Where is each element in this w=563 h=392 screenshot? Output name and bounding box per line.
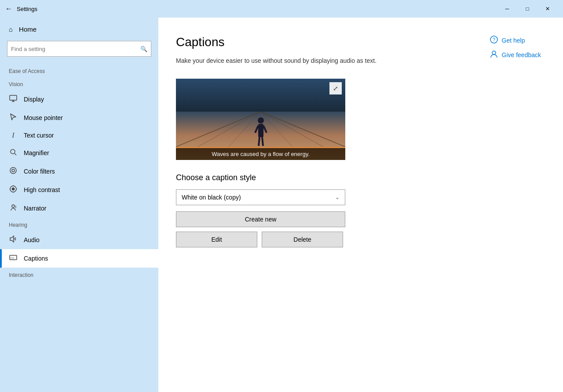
minimize-button[interactable]: ─: [497, 0, 517, 18]
svg-line-31: [259, 137, 260, 146]
help-links: ? Get help Give feedback: [490, 35, 541, 60]
title-bar-left: ← Settings: [5, 5, 37, 13]
get-help-icon: ?: [490, 35, 498, 45]
high-contrast-label: High contrast: [24, 186, 60, 193]
magnifier-icon: [9, 148, 18, 158]
svg-point-4: [11, 149, 15, 154]
captions-label: Captions: [24, 255, 48, 262]
svg-point-27: [258, 117, 264, 123]
page-title: Captions: [176, 35, 541, 49]
person-silhouette: [254, 116, 267, 147]
vision-label: Vision: [0, 77, 158, 90]
delete-button[interactable]: Delete: [262, 232, 343, 247]
sidebar-item-narrator[interactable]: Narrator: [0, 199, 158, 218]
vision-section-label: Ease of Access: [0, 64, 158, 77]
edit-delete-row: Edit Delete: [176, 232, 541, 247]
home-label: Home: [19, 25, 37, 33]
magnifier-label: Magnifier: [24, 149, 49, 156]
chevron-down-icon: ⌄: [335, 194, 340, 200]
sidebar-item-magnifier[interactable]: Magnifier: [0, 144, 158, 162]
sidebar: ⌂ Home 🔍 Ease of Access Vision Display: [0, 18, 158, 392]
svg-rect-28: [258, 124, 263, 137]
captions-icon: CC: [9, 254, 18, 263]
interaction-label: Interaction: [0, 268, 158, 281]
search-input[interactable]: [11, 46, 140, 52]
mouse-pointer-label: Mouse pointer: [24, 114, 63, 121]
home-icon: ⌂: [9, 25, 13, 33]
display-icon: [9, 94, 18, 104]
svg-line-5: [15, 153, 16, 155]
svg-text:CC: CC: [11, 257, 15, 259]
main-layout: ⌂ Home 🔍 Ease of Access Vision Display: [0, 18, 563, 392]
caption-style-dropdown[interactable]: White on black (copy) ⌄: [176, 189, 345, 205]
color-filters-label: Color filters: [24, 168, 55, 175]
maximize-button[interactable]: □: [517, 0, 537, 18]
caption-preview: Waves are caused by a flow of energy. ⤢: [176, 79, 345, 160]
svg-point-7: [12, 169, 15, 172]
svg-point-9: [12, 188, 15, 190]
get-help-link[interactable]: ? Get help: [490, 35, 541, 45]
search-icon: 🔍: [140, 46, 147, 52]
home-nav-item[interactable]: ⌂ Home: [0, 18, 158, 41]
narrator-icon: [9, 203, 18, 213]
content-area: ? Get help Give feedback Captions Make y…: [158, 18, 563, 392]
high-contrast-icon: [9, 185, 18, 195]
page-description: Make your device easier to use without s…: [176, 56, 396, 65]
audio-icon: [9, 235, 18, 245]
svg-rect-0: [10, 95, 17, 100]
svg-point-19: [492, 51, 496, 54]
title-bar-title: Settings: [17, 6, 37, 12]
create-new-button[interactable]: Create new: [176, 211, 345, 227]
preview-expand-button[interactable]: ⤢: [329, 82, 342, 94]
caption-style-title: Choose a caption style: [176, 173, 541, 182]
dropdown-selected-value: White on black (copy): [182, 194, 241, 201]
svg-point-6: [10, 167, 16, 174]
color-filters-icon: [9, 167, 18, 176]
search-box[interactable]: 🔍: [7, 41, 151, 57]
sidebar-item-color-filters[interactable]: Color filters: [0, 162, 158, 181]
audio-label: Audio: [24, 236, 40, 243]
sidebar-item-text-cursor[interactable]: I Text cursor: [0, 127, 158, 144]
text-cursor-icon: I: [9, 131, 18, 139]
close-button[interactable]: ✕: [537, 0, 558, 18]
sidebar-item-captions[interactable]: CC Captions: [0, 249, 158, 268]
back-icon[interactable]: ←: [5, 5, 12, 13]
give-feedback-icon: [490, 50, 498, 60]
give-feedback-label: Give feedback: [502, 51, 541, 58]
svg-line-32: [262, 137, 263, 146]
get-help-label: Get help: [502, 37, 525, 44]
title-bar-controls: ─ □ ✕: [497, 0, 558, 18]
svg-text:?: ?: [493, 37, 495, 42]
mouse-pointer-icon: [9, 113, 18, 123]
text-cursor-label: Text cursor: [24, 132, 54, 139]
sidebar-item-high-contrast[interactable]: High contrast: [0, 181, 158, 199]
title-bar: ← Settings ─ □ ✕: [0, 0, 563, 18]
sidebar-item-mouse-pointer[interactable]: Mouse pointer: [0, 109, 158, 127]
sidebar-item-display[interactable]: Display: [0, 90, 158, 109]
give-feedback-link[interactable]: Give feedback: [490, 50, 541, 60]
hearing-label: Hearing: [0, 218, 158, 231]
preview-caption-text: Waves are caused by a flow of energy.: [176, 148, 345, 160]
display-label: Display: [24, 96, 44, 103]
sidebar-item-audio[interactable]: Audio: [0, 231, 158, 249]
svg-line-30: [263, 126, 267, 133]
narrator-label: Narrator: [24, 205, 46, 212]
svg-line-29: [255, 126, 258, 133]
svg-point-14: [12, 205, 15, 207]
edit-button[interactable]: Edit: [176, 232, 257, 247]
